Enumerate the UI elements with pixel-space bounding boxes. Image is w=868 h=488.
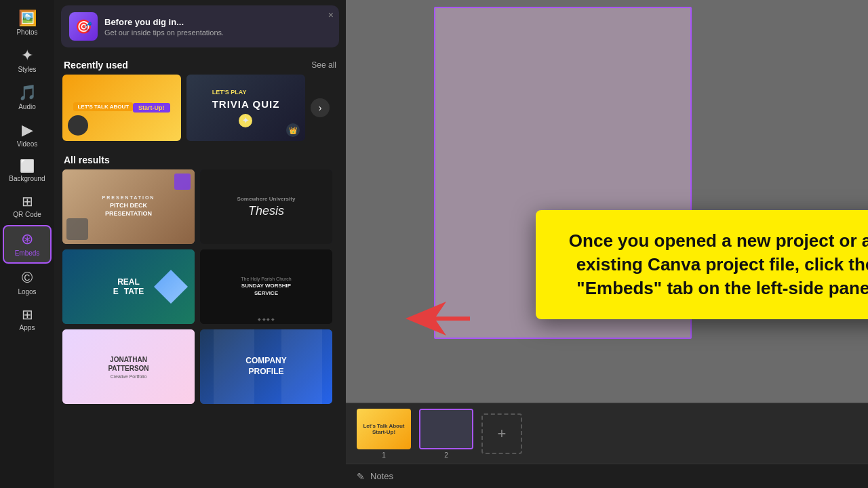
logos-icon: © <box>22 270 33 285</box>
notes-label: Notes <box>370 471 393 481</box>
recently-used-row: LET'S TALK ABOUT Start-Up! LET'S PLAY TR… <box>54 75 346 148</box>
scroll-right-button[interactable]: › <box>311 98 330 117</box>
all-results-grid: PRESENTATION PITCH DECKPRESENTATION Some… <box>54 169 346 418</box>
left-sidebar: 🖼️ Photos ✦ Styles 🎵 Audio ▶ Videos ⬜ Ba… <box>0 0 54 488</box>
sidebar-item-audio[interactable]: 🎵 Audio <box>3 80 52 116</box>
audio-icon: 🎵 <box>18 85 37 100</box>
see-all-button[interactable]: See all <box>311 60 336 70</box>
all-results-header: All results <box>54 148 346 169</box>
recently-used-header: Recently used See all <box>54 53 346 75</box>
slide-num-1: 1 <box>382 451 386 459</box>
sidebar-label-embeds: Embeds <box>15 249 40 257</box>
editor-area: Once you opened a new project or an exis… <box>346 0 868 488</box>
sidebar-item-styles[interactable]: ✦ Styles <box>3 43 52 79</box>
notification-close[interactable]: × <box>328 9 334 20</box>
sidebar-label-videos: Videos <box>17 140 37 148</box>
notification-bar: 🎯 Before you dig in... Get our inside ti… <box>61 5 339 47</box>
canvas-area[interactable]: Once you opened a new project or an exis… <box>346 0 868 403</box>
template-panel: 🎯 Before you dig in... Get our inside ti… <box>54 0 346 488</box>
sidebar-label-photos: Photos <box>16 28 37 36</box>
apps-icon: ⊞ <box>22 308 33 321</box>
sidebar-item-background[interactable]: ⬜ Background <box>3 155 52 188</box>
result-template-6[interactable]: COMPANYPROFILE <box>200 329 332 404</box>
embeds-icon: ⊛ <box>21 232 33 247</box>
sidebar-label-apps: Apps <box>20 324 35 331</box>
slide-thumb-1[interactable]: Let's Talk AboutStart-Up! <box>357 409 411 449</box>
slide-num-2: 2 <box>444 451 448 459</box>
notification-icon: 🎯 <box>69 12 98 41</box>
notification-text: Before you dig in... Get our inside tips… <box>104 17 331 37</box>
sidebar-label-logos: Logos <box>18 288 36 296</box>
notification-title: Before you dig in... <box>104 17 331 27</box>
sidebar-label-styles: Styles <box>18 66 36 73</box>
notes-icon: ✎ <box>357 471 365 482</box>
videos-icon: ▶ <box>22 123 33 138</box>
result-template-2[interactable]: Somewhere University Thesis <box>200 169 332 244</box>
tooltip-overlay: Once you opened a new project or an exis… <box>536 210 868 319</box>
sidebar-label-audio: Audio <box>18 103 36 110</box>
sidebar-label-background: Background <box>9 175 45 182</box>
tooltip-text: Once you opened a new project or an exis… <box>557 229 868 300</box>
sidebar-item-apps[interactable]: ⊞ Apps <box>3 302 52 337</box>
recently-used-title: Recently used <box>64 60 128 70</box>
qrcode-icon: ⊞ <box>22 195 33 208</box>
sidebar-item-embeds[interactable]: ⊛ Embeds <box>3 225 52 264</box>
background-icon: ⬜ <box>20 160 35 172</box>
photos-icon: 🖼️ <box>18 11 37 26</box>
result-template-1[interactable]: PRESENTATION PITCH DECKPRESENTATION <box>62 169 195 244</box>
result-template-3[interactable]: REALESTATE <box>62 249 195 324</box>
add-slide-button[interactable]: + <box>481 413 522 454</box>
sidebar-item-photos[interactable]: 🖼️ Photos <box>3 5 52 41</box>
svg-marker-0 <box>406 302 470 336</box>
red-arrow-indicator <box>406 298 473 339</box>
result-template-5[interactable]: JONATHANPATTERSON Creative Portfolio <box>62 329 195 404</box>
slide-thumb-2[interactable] <box>419 409 473 449</box>
sidebar-label-qrcode: QR Code <box>13 211 41 218</box>
recent-template-1[interactable]: LET'S TALK ABOUT Start-Up! <box>62 75 181 141</box>
notes-bar: ✎ Notes <box>346 464 868 488</box>
sidebar-item-qrcode[interactable]: ⊞ QR Code <box>3 189 52 224</box>
result-template-4[interactable]: The Holy Parish Church SUNDAY WORSHIPSER… <box>200 249 332 324</box>
all-results-title: All results <box>64 155 110 165</box>
sidebar-item-videos[interactable]: ▶ Videos <box>3 117 52 153</box>
notification-subtitle: Get our inside tips on presentations. <box>104 28 331 37</box>
sidebar-item-logos[interactable]: © Logos <box>3 265 52 301</box>
recent-template-2[interactable]: LET'S PLAY TRIVIA QUIZ ✦ 👑 <box>186 75 305 141</box>
styles-icon: ✦ <box>21 48 33 63</box>
filmstrip: Let's Talk AboutStart-Up! 1 2 + <box>346 403 868 464</box>
